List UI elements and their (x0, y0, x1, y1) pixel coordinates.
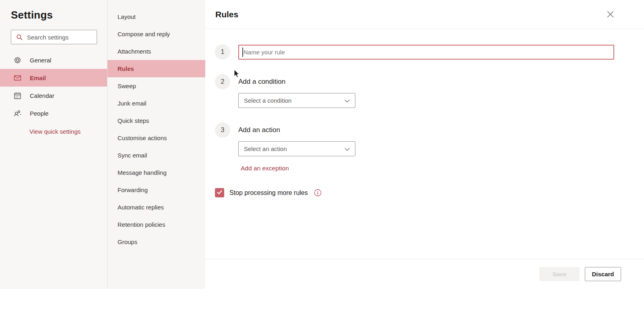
envelope-icon (13, 74, 21, 82)
stop-processing-checkbox[interactable] (215, 188, 224, 197)
close-button[interactable] (605, 10, 615, 20)
search-settings-input[interactable] (27, 34, 93, 41)
action-select-value: Select an action (244, 145, 287, 152)
nav-item-message-handling[interactable]: Message handling (107, 164, 205, 181)
info-icon[interactable] (314, 189, 322, 197)
sidebar-item-label: People (30, 110, 49, 117)
sidebar-item-label: Email (30, 75, 46, 81)
nav-item-automatic-replies[interactable]: Automatic replies (107, 199, 205, 216)
sidebar-item-email[interactable]: Email (0, 69, 107, 87)
add-condition-label: Add a condition (238, 74, 355, 89)
nav-item-compose-and-reply[interactable]: Compose and reply (107, 25, 205, 43)
step-3-row: 3 Add an action Select an action (215, 122, 644, 156)
rule-name-wrap (238, 45, 614, 60)
nav-item-junk-email[interactable]: Junk email (107, 95, 205, 112)
stop-processing-label: Stop processing more rules (229, 189, 308, 197)
nav-item-sweep[interactable]: Sweep (107, 77, 205, 95)
sidebar-item-general[interactable]: General (0, 51, 107, 69)
discard-button[interactable]: Discard (585, 267, 621, 281)
nav-item-rules[interactable]: Rules (107, 60, 205, 77)
nav-item-customise-actions[interactable]: Customise actions (107, 129, 205, 147)
settings-page: Settings General (0, 0, 644, 321)
dialog-footer: Save Discard (205, 259, 644, 289)
add-action-label: Add an action (238, 122, 355, 138)
step-2-badge: 2 (215, 74, 230, 89)
nav-item-sync-email[interactable]: Sync email (107, 147, 205, 164)
checkmark-icon (217, 189, 223, 197)
settings-category-list: General Email (0, 51, 107, 122)
calendar-icon (13, 91, 21, 99)
condition-select-value: Select a condition (244, 97, 291, 104)
text-caret (242, 48, 243, 57)
sidebar-item-people[interactable]: People (0, 104, 107, 122)
rule-editor: 1 2 Add a condition Select a condition (205, 29, 644, 259)
condition-select[interactable]: Select a condition (238, 93, 355, 108)
settings-dialog: Settings General (0, 0, 644, 289)
step-3-badge: 3 (215, 122, 230, 138)
step-1-badge: 1 (215, 44, 230, 60)
search-icon (15, 33, 23, 41)
nav-item-layout[interactable]: Layout (107, 8, 205, 25)
add-exception-link[interactable]: Add an exception (241, 165, 289, 172)
email-settings-nav: Layout Compose and reply Attachments Rul… (107, 0, 205, 289)
chevron-down-icon (345, 145, 350, 152)
rule-name-input[interactable] (238, 45, 614, 60)
settings-sidebar: Settings General (0, 0, 107, 289)
gear-icon (13, 56, 21, 64)
settings-title: Settings (11, 9, 107, 21)
nav-item-quick-steps[interactable]: Quick steps (107, 112, 205, 129)
rules-panel: Rules 1 2 Add a condit (205, 0, 644, 289)
chevron-down-icon (345, 97, 350, 104)
people-icon (13, 109, 21, 117)
rules-panel-header: Rules (205, 0, 644, 29)
search-settings-box[interactable] (11, 30, 97, 44)
save-button[interactable]: Save (539, 267, 580, 281)
stop-processing-row: Stop processing more rules (215, 188, 644, 197)
nav-item-forwarding[interactable]: Forwarding (107, 181, 205, 199)
sidebar-item-label: Calendar (30, 92, 54, 99)
nav-item-attachments[interactable]: Attachments (107, 43, 205, 60)
page-title: Rules (215, 10, 238, 19)
step-1-row: 1 (215, 44, 644, 60)
close-icon (607, 11, 614, 19)
step-2-row: 2 Add a condition Select a condition (215, 74, 644, 108)
action-select[interactable]: Select an action (238, 141, 355, 156)
nav-item-retention-policies[interactable]: Retention policies (107, 216, 205, 233)
nav-item-groups[interactable]: Groups (107, 233, 205, 251)
sidebar-item-calendar[interactable]: Calendar (0, 87, 107, 104)
sidebar-item-label: General (30, 57, 51, 64)
view-quick-settings-link[interactable]: View quick settings (29, 128, 80, 135)
